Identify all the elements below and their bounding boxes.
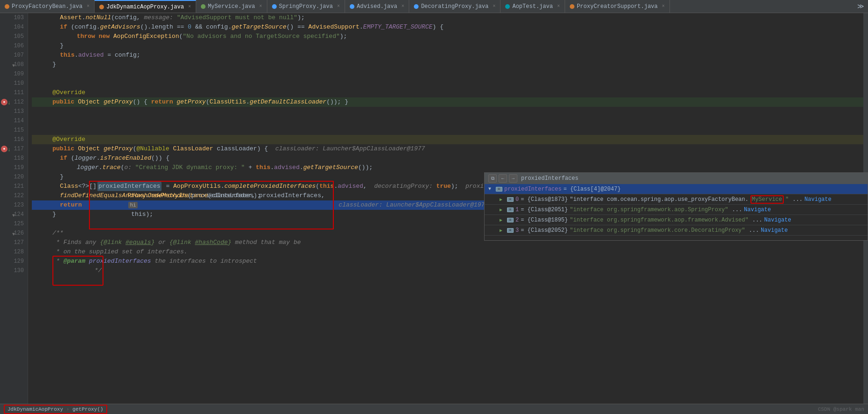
- line-116: 116: [0, 135, 28, 144]
- code-line-118: if (logger.isTraceEnabled()) {: [32, 154, 863, 163]
- code-line-129: * @param proxiedInterfaces the interface…: [32, 257, 863, 266]
- code-line-112: public Object getProxy() { return getPro…: [32, 97, 863, 107]
- tab-close8[interactable]: ×: [662, 4, 665, 9]
- highlight-myservice: MyService: [750, 195, 784, 204]
- debug-panel-title: proxiedInterfaces: [521, 175, 578, 182]
- code-line-111: @Override: [32, 88, 863, 97]
- line-130: 130: [0, 266, 28, 275]
- debug-index-3: 3: [515, 227, 519, 234]
- line-105: 105: [0, 32, 28, 41]
- line-107: 107: [0, 51, 28, 60]
- line-113: 113: [0, 107, 28, 116]
- expand-icon-1: ▶: [500, 207, 505, 213]
- code-line-109: [32, 69, 863, 79]
- debug-row-root[interactable]: ▼ ≡ proxiedInterfaces = {Class[4]@2047}: [485, 184, 868, 194]
- navigate-link-1[interactable]: Navigate: [744, 207, 771, 213]
- tab-close4[interactable]: ×: [337, 4, 340, 9]
- tab-proxyfactorybean[interactable]: ProxyFactoryBean.java ×: [0, 0, 95, 13]
- line-119: 119: [0, 163, 28, 172]
- tab-icon-blue3: [414, 4, 419, 9]
- debug-type-icon: ≡: [496, 187, 502, 192]
- line-127: 127: [0, 238, 28, 247]
- code-line-117: public Object getProxy(@Nullable ClassLo…: [32, 144, 863, 154]
- forward-button[interactable]: →: [509, 174, 517, 183]
- tab-close[interactable]: ×: [87, 4, 89, 9]
- code-line-128: * on the supplied set of interfaces.: [32, 247, 863, 257]
- debug-toolbar: ⧉ ← →: [488, 174, 517, 183]
- navigate-link-3[interactable]: Navigate: [761, 227, 788, 234]
- line-gutter: 103 104 105 106 107 108 ▼ 109 110 111: [0, 13, 28, 404]
- line-103: 103: [0, 13, 28, 22]
- breakpoint-icon-112[interactable]: ●: [1, 99, 7, 105]
- line-104: 104: [0, 22, 28, 32]
- line-114: 114: [0, 116, 28, 126]
- code-line-107: this.advised = config;: [32, 51, 863, 60]
- tab-close5[interactable]: ×: [401, 4, 404, 9]
- breakpoint-icon-117[interactable]: ●: [1, 146, 7, 152]
- debug-val-root: = {Class[4]@2047}: [563, 186, 620, 192]
- expand-icon-2: ▶: [500, 217, 505, 223]
- editor-container: 103 104 105 106 107 108 ▼ 109 110 111: [0, 13, 868, 414]
- line-129: 129: [0, 257, 28, 266]
- debug-panel-header: ⧉ ← → proxiedInterfaces: [485, 173, 868, 184]
- line-128: 128: [0, 247, 28, 257]
- code-line-104: if (config.getAdvisors().length == 0 && …: [32, 22, 863, 32]
- breadcrumb-class: JdkDynamicAopProxy: [7, 407, 63, 412]
- copy-button[interactable]: ⧉: [488, 174, 497, 183]
- code-line-103: Assert.notNull(config, message: "Advised…: [32, 13, 863, 22]
- back-button[interactable]: ←: [499, 174, 507, 183]
- code-line-113: [32, 107, 863, 116]
- line-124: 124 ▼: [0, 210, 28, 219]
- tab-icon-blue2: [350, 4, 354, 9]
- tab-bar: ProxyFactoryBean.java × JdkDynamicAopPro…: [0, 0, 868, 13]
- line-123: 123: [0, 200, 28, 210]
- debug-index-1: 1: [515, 207, 519, 213]
- debug-type-icon-2: ≡: [507, 218, 514, 222]
- tab-icon-green: [201, 4, 206, 9]
- breadcrumb-method: getProxy(): [73, 407, 103, 412]
- line-120: 120: [0, 172, 28, 182]
- line-118: 118: [0, 154, 28, 163]
- debug-panel: ⧉ ← → proxiedInterfaces ▼ ≡ proxiedInter…: [484, 172, 868, 241]
- debug-row-2[interactable]: ▶ ≡ 2 = {Class@1895} "interface org.spri…: [485, 215, 868, 225]
- tab-icon-orange3: [570, 4, 574, 9]
- code-line-105: throw new AopConfigException("No advisor…: [32, 32, 863, 41]
- tab-close6[interactable]: ×: [493, 4, 495, 9]
- line-126: 126 ▼: [0, 229, 28, 238]
- line-122: 122: [0, 191, 28, 200]
- expand-icon-0: ▶: [500, 197, 505, 202]
- line-111: 111: [0, 88, 28, 97]
- code-line-106: }: [32, 41, 863, 51]
- tab-jdkdynamicaopproxy[interactable]: JdkDynamicAopProxy.java ×: [95, 0, 196, 13]
- debug-row-1[interactable]: ▶ ≡ 1 = {Class@2051} "interface org.spri…: [485, 205, 868, 215]
- code-line-115: [32, 126, 863, 135]
- code-line-130: */: [32, 266, 863, 275]
- line-110: 110: [0, 79, 28, 88]
- debug-row-0[interactable]: ▶ ≡ 0 = {Class@1873} "interface com.ocea…: [485, 194, 868, 205]
- line-117: ● ↓ 117: [0, 144, 28, 154]
- line-115: 115: [0, 126, 28, 135]
- line-112: ● ↓ 112: [0, 97, 28, 107]
- debug-type-icon-1: ≡: [507, 207, 514, 212]
- tab-decoratingproxy[interactable]: DecoratingProxy.java ×: [409, 0, 500, 13]
- line-121: 121: [0, 182, 28, 191]
- tab-icon-blue: [272, 4, 277, 9]
- tab-advised[interactable]: Advised.java ×: [345, 0, 409, 13]
- navigate-link-2[interactable]: Navigate: [764, 217, 791, 223]
- tab-close7[interactable]: ×: [557, 4, 560, 9]
- tab-aoptest[interactable]: AopTest.java ×: [500, 0, 565, 13]
- tab-close3[interactable]: ×: [259, 4, 262, 9]
- tab-overflow[interactable]: ≫: [853, 2, 868, 10]
- code-line-110: [32, 79, 863, 88]
- line-125: 125: [0, 219, 28, 229]
- tab-icon-cyan: [505, 4, 510, 9]
- tab-proxycreator[interactable]: ProxyCreatorSupport.java ×: [565, 0, 670, 13]
- bottom-bar: JdkDynamicAopProxy › getProxy() CSDN @sp…: [0, 404, 868, 414]
- tab-springproxy[interactable]: SpringProxy.java ×: [267, 0, 345, 13]
- tab-close2[interactable]: ×: [188, 4, 191, 9]
- navigate-link-0[interactable]: Navigate: [804, 196, 831, 203]
- code-line-108: }: [32, 60, 863, 69]
- tab-myservice[interactable]: MyService.java ×: [196, 0, 267, 13]
- line-109: 109: [0, 69, 28, 79]
- debug-row-3[interactable]: ▶ ≡ 3 = {Class@2052} "interface org.spri…: [485, 225, 868, 236]
